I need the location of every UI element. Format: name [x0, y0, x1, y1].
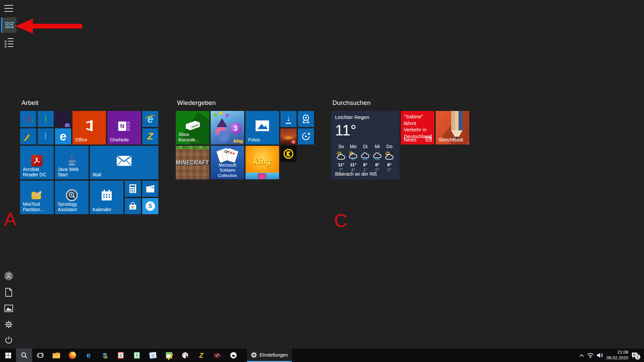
weather-condition: Leichter Regen [335, 114, 395, 120]
firefox-icon [69, 352, 76, 359]
tile-group-durchsuchen: Leichter Regen 11° So 11° 7° Mo 11° 4° D… [331, 111, 469, 179]
tile-spreadsheet-app-2[interactable] [38, 111, 54, 127]
minecraft-logo: MINECRAFT [176, 160, 209, 166]
documents-button[interactable] [4, 288, 13, 297]
tile-weather[interactable]: Leichter Regen 11° So 11° 7° Mo 11° 4° D… [331, 111, 399, 179]
tile-label: OneNote [110, 137, 139, 143]
tile-spreadsheet-app-1[interactable] [20, 111, 36, 127]
wifi-icon[interactable] [587, 353, 594, 358]
partly-sunny-icon [384, 151, 395, 160]
tile-minitool-partition[interactable]: MiniTool Partition... [20, 181, 54, 214]
mail-envelope-icon [116, 156, 132, 166]
tile-label: Microsoft Solitaire Collection [212, 163, 243, 178]
tile-media-disc-app[interactable] [298, 128, 314, 144]
notepad-button[interactable] [145, 349, 161, 362]
action-center-button[interactable]: 1 [631, 352, 638, 358]
power-button[interactable] [4, 336, 13, 345]
download-icon: ↓ [286, 114, 291, 124]
taskbar-clock[interactable]: 21:08 09.02.2020 [606, 350, 628, 361]
task-view-button[interactable] [32, 349, 48, 362]
store-bag-icon [128, 202, 137, 210]
pictures-button[interactable] [4, 304, 13, 313]
tile-office[interactable]: Office [72, 111, 106, 144]
tray-chevron-up-icon[interactable] [579, 354, 584, 357]
tile-firefox[interactable] [55, 111, 71, 127]
spreadsheet-green-icon [45, 116, 46, 122]
file-explorer-icon [53, 353, 60, 358]
tile-project-editor[interactable] [20, 128, 36, 144]
edge-button[interactable]: e [80, 349, 97, 362]
tile-download-app[interactable]: ↓ [280, 111, 297, 127]
calendar-icon [100, 189, 113, 202]
sun-rain-icon [347, 151, 359, 160]
tile-mail[interactable]: Mail [90, 146, 158, 179]
tile-z-app[interactable]: Z [142, 128, 158, 144]
tile-acrobat-reader[interactable]: Acrobat Reader DC [20, 146, 54, 179]
tile-label: Java Web Start [58, 167, 87, 178]
tile-notepad[interactable] [38, 128, 54, 144]
tile-sketchbook[interactable]: SketchBook [436, 111, 469, 144]
s-app-button[interactable]: S [97, 349, 113, 362]
tile-rechner[interactable] [125, 181, 141, 197]
tile-filme-tv[interactable] [142, 181, 158, 197]
snipping-tool-button[interactable]: ✂ [209, 349, 225, 362]
tile-onenote[interactable]: N OneNote [107, 111, 141, 144]
tile-king-game[interactable]: king [246, 146, 279, 179]
settings-button[interactable] [4, 320, 13, 329]
spreadsheet-green-icon [134, 352, 140, 359]
settings-taskbar-button[interactable]: Einstellungen [247, 349, 292, 362]
spreadsheet-red-icon [118, 352, 124, 359]
all-apps-button[interactable] [5, 38, 13, 46]
system-tray: 21:08 09.02.2020 1 [579, 349, 644, 362]
tile-fotos[interactable]: Fotos [246, 111, 279, 144]
tile-bubble-witch-3[interactable]: 3 king [211, 111, 244, 144]
forecast-day: Do 6° 2° [383, 143, 395, 172]
tile-minecraft[interactable]: MINECRAFT [176, 146, 209, 179]
tile-internet-explorer[interactable]: e [142, 111, 158, 127]
tile-skype[interactable]: S [142, 198, 158, 214]
tile-label: MiniTool Partition... [23, 201, 52, 213]
tile-store[interactable] [125, 198, 141, 214]
news-headline: "Sabine" lähmt Verkehr in Deutschland [404, 113, 432, 139]
z-app-button[interactable]: Z [193, 349, 209, 362]
tile-news[interactable]: "Sabine" lähmt Verkehr in Deutschland Ne… [401, 111, 434, 144]
gear-icon [251, 352, 257, 358]
tile-solitaire-collection[interactable]: K♥ Q♠ Microsoft Solitaire Collection [211, 146, 244, 179]
king-logo: king [246, 156, 279, 167]
group-title-arbeit[interactable]: Arbeit [21, 99, 39, 107]
notepad-icon [149, 352, 157, 359]
card-pip2: Q♠ [224, 149, 229, 154]
skype-icon: S [146, 201, 155, 211]
pictures-icon [4, 305, 13, 312]
tile-java-web-start[interactable]: Java Web Start [55, 146, 89, 179]
tile-strategy-game[interactable]: G [280, 128, 297, 144]
spreadsheet-app-2-button[interactable] [129, 349, 145, 362]
tile-synology-assistant[interactable]: Synology Assistant [55, 181, 89, 214]
tile-kalender[interactable]: Kalender [90, 181, 123, 214]
volume-icon[interactable] [597, 353, 603, 358]
notification-badge: 1 [635, 354, 640, 360]
spreadsheet-app-1-button[interactable] [113, 349, 129, 362]
fotos-button[interactable] [225, 349, 241, 362]
document-icon [5, 288, 12, 297]
tile-k-logo-app[interactable] [280, 146, 297, 162]
start-menu-hamburger-button[interactable] [4, 5, 13, 12]
settings-taskbar-label: Einstellungen [260, 352, 288, 358]
calculator-icon [129, 184, 137, 193]
tile-camera-app[interactable] [298, 111, 314, 127]
group-title-wiedergeben[interactable]: Wiedergeben [177, 99, 216, 107]
paint-button[interactable] [177, 349, 193, 362]
tile-edge[interactable]: e [55, 128, 71, 144]
search-button[interactable] [16, 349, 32, 362]
file-explorer-button[interactable] [48, 349, 64, 362]
battle-glow [282, 135, 295, 140]
group-title-durchsuchen[interactable]: Durchsuchen [332, 99, 371, 107]
firefox-button[interactable] [64, 349, 80, 362]
tile-xbox-konsole[interactable]: Xbox Konsole... [176, 111, 209, 144]
editor-app-button[interactable] [161, 349, 177, 362]
k-circle-logo-icon [283, 148, 294, 160]
start-button[interactable] [0, 349, 16, 362]
bubble-3-badge: 3 [229, 122, 241, 134]
tile-group-arbeit: Office N OneNote e e Z Acrobat Reader DC… [20, 111, 158, 214]
user-account-button[interactable] [4, 271, 13, 281]
